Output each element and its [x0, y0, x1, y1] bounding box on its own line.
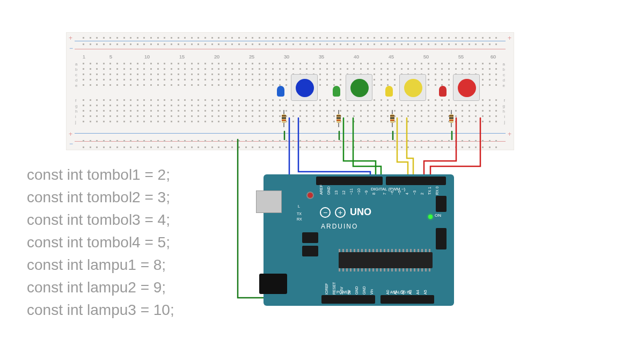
led-blue — [277, 86, 284, 97]
arduino-model-label: UNO — [350, 207, 371, 218]
atmega-chip — [339, 252, 433, 268]
arduino-uno: − + UNO ARDUINO ON DIGITAL (PWM ~) POWER… — [264, 174, 454, 306]
col-label: 35 — [319, 54, 324, 128]
resistor-1 — [282, 110, 286, 127]
pin-label: 2 — [420, 193, 424, 195]
pin-label: 3.3V — [340, 287, 343, 295]
led-green — [333, 86, 340, 97]
pin-label: RESET — [332, 282, 336, 295]
row-label: e — [75, 83, 77, 88]
row-label: c — [503, 72, 505, 77]
row-label: f — [504, 98, 505, 103]
pin-label: A4 — [416, 290, 420, 295]
pin-label: IOREF — [325, 283, 328, 295]
pin-label: GND — [355, 286, 358, 295]
code-line: const int lampu1 = 8; — [27, 254, 174, 276]
pin-label: AREF — [319, 185, 323, 195]
pin-label: ~3 — [413, 190, 416, 195]
row-label: g — [503, 104, 505, 108]
arduino-brand-label: ARDUINO — [321, 223, 358, 230]
button-yellow[interactable] — [399, 74, 426, 101]
pin-label: TX 1 — [428, 187, 431, 195]
code-snippet: const int tombol1 = 2;const int tombol2 … — [27, 164, 174, 321]
row-label: i — [504, 114, 505, 119]
button-green[interactable] — [346, 74, 372, 101]
pin-label: 13 — [334, 190, 338, 195]
tx-label: TX — [297, 212, 302, 216]
pin-label: A2 — [401, 290, 405, 295]
row-label: d — [75, 78, 77, 83]
icsp-header — [436, 196, 447, 212]
barrel-jack — [259, 274, 287, 294]
row-label: b — [75, 67, 77, 72]
pin-label: A0 — [386, 290, 390, 295]
button-red[interactable] — [453, 74, 480, 101]
resistor-4 — [449, 110, 453, 127]
code-line: const int tombol2 = 3; — [27, 186, 174, 209]
code-line: const int tombol1 = 2; — [27, 164, 174, 186]
on-label: ON — [435, 213, 441, 218]
led-red — [439, 86, 447, 97]
led-yellow — [385, 86, 393, 97]
row-label: a — [75, 62, 77, 67]
col-label: 25 — [249, 54, 254, 128]
row-label: h — [75, 109, 77, 114]
power-header — [321, 295, 375, 304]
col-label: 15 — [179, 54, 185, 128]
row-label: f — [75, 98, 76, 103]
analog-header — [380, 295, 434, 304]
row-label: j — [504, 120, 505, 124]
resistor-3 — [390, 110, 394, 127]
row-label: d — [503, 78, 505, 83]
pin-label: 12 — [342, 190, 346, 195]
pin-label: Vin — [370, 289, 374, 295]
pin-label: ~10 — [357, 188, 361, 195]
pin-label: 4 — [405, 193, 409, 195]
pin-label: 7 — [383, 193, 386, 195]
row-label: h — [503, 109, 505, 114]
code-line: const int tombol3 = 4; — [27, 209, 174, 231]
usb-port — [256, 190, 282, 213]
row-label: g — [75, 104, 77, 108]
breadboard: + − + + − + /* rows generated below */ 1… — [66, 32, 514, 150]
pin-label: 5V — [347, 290, 351, 295]
col-label: 20 — [214, 54, 219, 128]
pin-label: ~5 — [398, 190, 401, 195]
col-label: 5 — [109, 54, 112, 128]
code-line: const int lampu3 = 10; — [27, 299, 174, 321]
row-label: a — [503, 62, 505, 67]
reset-button[interactable] — [306, 192, 314, 199]
on-led-icon — [428, 215, 433, 219]
pin-label: A3 — [408, 290, 412, 295]
pin-label: A5 — [423, 290, 427, 295]
digital-header-left — [316, 177, 383, 185]
row-label: c — [75, 72, 77, 77]
code-line: const int lampu2 = 9; — [27, 276, 174, 299]
pin-label: ~11 — [349, 188, 353, 195]
col-label: 10 — [144, 54, 150, 128]
l-label: L — [298, 204, 300, 208]
icsp2-header — [436, 228, 447, 249]
col-label: 60 — [491, 54, 496, 128]
pin-label: ~6 — [390, 190, 394, 195]
pin-label: A1 — [393, 290, 397, 295]
pin-label: RX 0 — [435, 186, 439, 195]
resistor-2 — [336, 110, 341, 127]
digital-header-right — [386, 177, 446, 185]
row-label: i — [75, 114, 76, 119]
button-blue[interactable] — [291, 74, 318, 101]
col-label: 1 — [83, 54, 85, 128]
pin-label: ~9 — [364, 190, 368, 195]
row-label: e — [503, 83, 505, 88]
pin-label: GND — [327, 186, 331, 195]
row-label: b — [503, 67, 505, 72]
code-line: const int tombol4 = 5; — [27, 231, 174, 254]
row-label: j — [75, 120, 76, 124]
rx-label: RX — [297, 217, 302, 221]
pin-label: GND — [362, 286, 366, 295]
pin-label: 8 — [372, 193, 376, 195]
